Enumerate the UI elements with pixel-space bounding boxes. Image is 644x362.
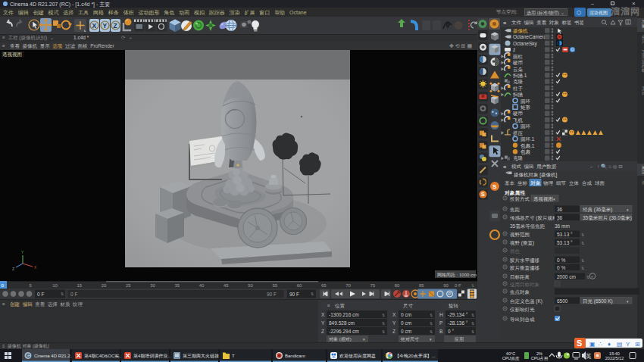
svg-text:摄像机对象 [摄像机]: 摄像机对象 [摄像机] bbox=[514, 172, 558, 178]
svg-text:透视视图: 透视视图 bbox=[2, 51, 22, 58]
svg-text:53.13 °: 53.13 ° bbox=[557, 240, 573, 245]
svg-text:P: P bbox=[439, 320, 442, 326]
svg-text:克隆: 克隆 bbox=[513, 155, 524, 161]
svg-text:矩形: 矩形 bbox=[521, 105, 531, 111]
svg-text:Y: Y bbox=[21, 250, 24, 254]
svg-text:球面: 球面 bbox=[595, 180, 605, 186]
svg-text:圆柱: 圆柱 bbox=[513, 54, 524, 59]
svg-text:80: 80 bbox=[395, 283, 400, 288]
svg-text:90: 90 bbox=[443, 283, 449, 288]
svg-text:⇅: ⇅ bbox=[581, 266, 584, 270]
svg-text:53.13 °: 53.13 ° bbox=[557, 232, 573, 237]
svg-text:透视视图: 透视视图 bbox=[533, 196, 553, 202]
svg-text:自定义色温 (K): 自定义色温 (K) bbox=[510, 298, 542, 304]
svg-text:⇅: ⇅ bbox=[382, 321, 385, 326]
svg-text:云朵: 云朵 bbox=[513, 67, 524, 72]
svg-text:⇅: ⇅ bbox=[430, 329, 433, 334]
svg-text:70: 70 bbox=[345, 283, 351, 288]
svg-text:35毫米照片 (36.0毫米): 35毫米照片 (36.0毫米) bbox=[583, 215, 632, 221]
svg-text:2%: 2% bbox=[536, 351, 542, 356]
svg-text:Bandicam: Bandicam bbox=[285, 354, 305, 358]
svg-text:⇅: ⇅ bbox=[471, 313, 474, 317]
svg-text:使用目标对象: 使用目标对象 bbox=[510, 282, 540, 288]
svg-text:克隆: 克隆 bbox=[513, 79, 524, 85]
svg-text:85: 85 bbox=[419, 283, 424, 288]
svg-text:⇅: ⇅ bbox=[471, 321, 474, 326]
svg-text:50: 50 bbox=[248, 283, 253, 288]
svg-text:35: 35 bbox=[174, 283, 180, 288]
svg-text:胶片垂直偏移: 胶片垂直偏移 bbox=[509, 265, 540, 271]
svg-text:40°C: 40°C bbox=[506, 351, 515, 356]
svg-text:5: 5 bbox=[30, 283, 33, 288]
svg-text:90 F: 90 F bbox=[267, 292, 277, 297]
svg-text:视野 (垂直): 视野 (垂直) bbox=[510, 240, 534, 246]
svg-text:30: 30 bbox=[150, 283, 155, 288]
svg-text:0 F: 0 F bbox=[70, 292, 77, 297]
svg-text:⇅: ⇅ bbox=[382, 313, 385, 317]
svg-text:包裹: 包裹 bbox=[520, 149, 531, 154]
svg-text:≡: ≡ bbox=[503, 164, 507, 170]
svg-text:物理: 物理 bbox=[543, 180, 554, 186]
svg-text:6500: 6500 bbox=[557, 298, 568, 304]
svg-text:Y: Y bbox=[392, 320, 396, 326]
svg-text:35毫米等值焦距: 35毫米等值焦距 bbox=[510, 223, 546, 229]
svg-text:20: 20 bbox=[102, 283, 107, 288]
svg-text:0 F: 0 F bbox=[455, 283, 461, 288]
svg-text:25: 25 bbox=[126, 283, 131, 288]
svg-text:日光 (6500 K): 日光 (6500 K) bbox=[583, 298, 613, 304]
svg-text:导出到合成: 导出到合成 bbox=[510, 317, 535, 323]
svg-text:圆环: 圆环 bbox=[521, 98, 531, 104]
svg-text:Cinema 4D R21.2...: Cinema 4D R21.2... bbox=[34, 354, 74, 358]
svg-text:36 mm: 36 mm bbox=[555, 223, 570, 229]
svg-text:合成: 合成 bbox=[582, 180, 592, 186]
svg-text:2022/5/12: 2022/5/12 bbox=[605, 356, 624, 360]
svg-text:15: 15 bbox=[77, 283, 82, 288]
svg-text:尺寸: 尺寸 bbox=[403, 303, 414, 308]
svg-text:第4期培训课作业...: 第4期培训课作业... bbox=[133, 353, 172, 359]
svg-text:Y: Y bbox=[103, 22, 108, 30]
svg-text:90 F: 90 F bbox=[289, 292, 299, 297]
svg-text:X: X bbox=[392, 312, 396, 317]
svg-text:0 °: 0 ° bbox=[448, 329, 454, 334]
svg-text:硬币: 硬币 bbox=[512, 60, 524, 66]
svg-text:C: C bbox=[27, 353, 30, 358]
svg-text:包裹.1: 包裹.1 bbox=[520, 143, 535, 148]
svg-text:⇅: ⇅ bbox=[581, 241, 584, 245]
svg-text:-28.136 °: -28.136 ° bbox=[448, 320, 468, 326]
svg-text:0 F: 0 F bbox=[37, 292, 44, 297]
svg-text:目标距离: 目标距离 bbox=[510, 274, 530, 280]
svg-text:♦: ♦ bbox=[608, 341, 611, 348]
svg-text:0 cm: 0 cm bbox=[401, 312, 411, 317]
svg-text:0 %: 0 % bbox=[557, 257, 565, 263]
svg-text:旋转: 旋转 bbox=[449, 303, 459, 309]
svg-text:填色: 填色 bbox=[509, 248, 521, 254]
svg-text:Z: Z bbox=[12, 267, 14, 271]
svg-text:⌖: ⌖ bbox=[591, 274, 593, 279]
svg-text:0 cm: 0 cm bbox=[401, 329, 411, 334]
svg-text:⇅: ⇅ bbox=[471, 329, 474, 334]
svg-text:⇅: ⇅ bbox=[382, 329, 385, 334]
svg-text:⇅: ⇅ bbox=[581, 232, 584, 237]
svg-text:⇅: ⇅ bbox=[581, 258, 584, 263]
svg-text:文件 编辑 查看 对象 标签 书签: 文件 编辑 查看 对象 标签 书签 bbox=[511, 20, 585, 26]
svg-text:15:40: 15:40 bbox=[609, 351, 620, 356]
svg-text:z: z bbox=[513, 47, 515, 52]
svg-text:36: 36 bbox=[557, 215, 563, 220]
svg-text:Z: Z bbox=[321, 329, 324, 334]
svg-text:⇅: ⇅ bbox=[586, 275, 589, 279]
svg-text:P: P bbox=[449, 292, 452, 296]
svg-text:CPU占用: CPU占用 bbox=[531, 356, 549, 361]
svg-text:⊞: ⊞ bbox=[635, 341, 640, 348]
svg-text:立体: 立体 bbox=[569, 180, 580, 186]
svg-text:0 cm: 0 cm bbox=[401, 320, 411, 326]
svg-text:CPU温度: CPU温度 bbox=[502, 356, 520, 361]
svg-text:飞机: 飞机 bbox=[513, 117, 524, 123]
svg-text:T: T bbox=[232, 354, 235, 358]
svg-text:X: X bbox=[321, 312, 325, 317]
svg-text:Y: Y bbox=[321, 320, 325, 326]
svg-text:⇅: ⇅ bbox=[311, 292, 314, 296]
svg-text:胶片水平偏移: 胶片水平偏移 bbox=[509, 257, 540, 264]
svg-text:摄像机: 摄像机 bbox=[513, 28, 528, 34]
svg-text:英: 英 bbox=[586, 353, 592, 360]
svg-text:≡: ≡ bbox=[503, 20, 507, 27]
